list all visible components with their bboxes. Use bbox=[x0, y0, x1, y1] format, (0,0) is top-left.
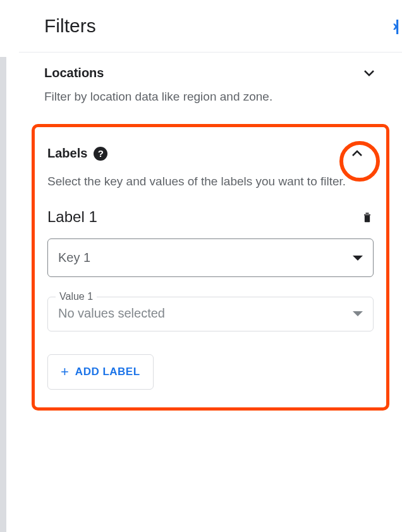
locations-description: Filter by location data like region and … bbox=[44, 88, 377, 106]
label-item-name: Label 1 bbox=[47, 208, 97, 226]
add-label-text: ADD LABEL bbox=[75, 366, 140, 378]
dropdown-arrow-icon bbox=[353, 311, 363, 316]
labels-title: Labels ? bbox=[47, 146, 107, 161]
chevron-down-icon bbox=[362, 65, 377, 80]
plus-icon: + bbox=[61, 364, 69, 380]
filters-header: Filters ›| bbox=[19, 0, 402, 53]
locations-title: Locations bbox=[44, 66, 104, 80]
labels-title-text: Labels bbox=[47, 146, 87, 161]
collapse-panel-icon[interactable]: ›| bbox=[393, 17, 397, 35]
labels-section-highlight: Labels ? Select the key and values of th… bbox=[32, 124, 389, 411]
value-select[interactable]: Value 1 No values selected bbox=[47, 291, 374, 331]
dropdown-arrow-icon bbox=[353, 256, 363, 261]
key-select-value: Key 1 bbox=[58, 251, 90, 265]
panel-title: Filters bbox=[44, 15, 96, 37]
labels-header[interactable]: Labels ? bbox=[47, 146, 374, 161]
label-item-header: Label 1 bbox=[47, 208, 374, 226]
value-select-placeholder: No values selected bbox=[58, 306, 165, 321]
key-select[interactable]: Key 1 bbox=[47, 238, 374, 277]
labels-description: Select the key and values of the labels … bbox=[47, 173, 374, 191]
locations-header[interactable]: Locations bbox=[44, 65, 377, 80]
highlight-circle-annotation bbox=[339, 141, 380, 182]
value-select-legend: Value 1 bbox=[56, 291, 97, 302]
add-label-button[interactable]: + ADD LABEL bbox=[47, 354, 154, 390]
locations-section: Locations Filter by location data like r… bbox=[19, 53, 402, 119]
help-icon[interactable]: ? bbox=[94, 147, 107, 161]
delete-icon[interactable] bbox=[361, 209, 374, 225]
